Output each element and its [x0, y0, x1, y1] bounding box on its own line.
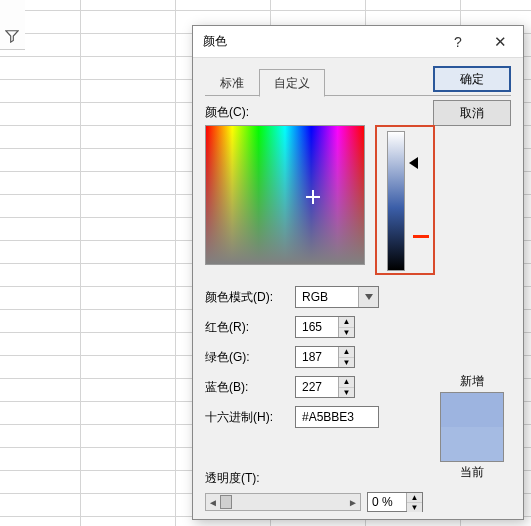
close-button[interactable]: ✕	[479, 27, 521, 57]
cancel-button[interactable]: 取消	[433, 100, 511, 126]
blue-label: 蓝色(B):	[205, 379, 295, 396]
transparency-section: 透明度(T): ◄ ► 0 % ▲▼	[205, 462, 423, 513]
arrow-left-icon[interactable]: ◄	[206, 497, 220, 508]
new-label: 新增	[460, 373, 484, 390]
luminance-marker	[413, 235, 429, 238]
mode-value: RGB	[296, 290, 358, 304]
spin-down-icon[interactable]: ▼	[407, 503, 422, 512]
triangle-left-icon[interactable]	[409, 157, 418, 169]
red-value[interactable]: 165	[296, 317, 338, 337]
current-label: 当前	[460, 464, 484, 481]
green-value[interactable]: 187	[296, 347, 338, 367]
crosshair-icon	[306, 190, 320, 204]
spin-down-icon[interactable]: ▼	[339, 358, 354, 368]
hex-value: #A5BBE3	[302, 410, 354, 424]
luminance-slider[interactable]	[387, 131, 405, 271]
spin-up-icon[interactable]: ▲	[339, 317, 354, 328]
spin-down-icon[interactable]: ▼	[339, 388, 354, 398]
mode-label: 颜色模式(D):	[205, 289, 295, 306]
dialog-title: 颜色	[203, 33, 437, 50]
filter-icon[interactable]	[5, 29, 19, 43]
hex-label: 十六进制(H):	[205, 409, 295, 426]
mode-select[interactable]: RGB	[295, 286, 379, 308]
toolbar-fragment	[0, 0, 25, 50]
spin-up-icon[interactable]: ▲	[339, 377, 354, 388]
green-stepper[interactable]: 187 ▲▼	[295, 346, 355, 368]
chevron-down-icon[interactable]	[358, 287, 378, 307]
swatch-current	[441, 427, 503, 461]
tab-custom[interactable]: 自定义	[259, 69, 325, 97]
transparency-label: 透明度(T):	[205, 470, 423, 487]
preview-column: 新增 当前	[433, 373, 511, 483]
tab-standard[interactable]: 标准	[205, 69, 259, 97]
swatch-new	[441, 393, 503, 427]
titlebar: 颜色 ? ✕	[193, 26, 523, 58]
spin-up-icon[interactable]: ▲	[407, 493, 422, 503]
dialog-body: 确定 取消 标准 自定义 颜色(C): 颜色模式(D): RGB	[193, 58, 523, 519]
arrow-right-icon[interactable]: ►	[346, 497, 360, 508]
color-picker-area	[205, 125, 511, 275]
transparency-value[interactable]: 0 %	[368, 493, 406, 511]
transparency-stepper[interactable]: 0 % ▲▼	[367, 492, 423, 512]
green-label: 绿色(G):	[205, 349, 295, 366]
red-label: 红色(R):	[205, 319, 295, 336]
transparency-slider[interactable]: ◄ ►	[205, 493, 361, 511]
spin-down-icon[interactable]: ▼	[339, 328, 354, 338]
spin-up-icon[interactable]: ▲	[339, 347, 354, 358]
hue-sat-picker[interactable]	[205, 125, 365, 265]
red-stepper[interactable]: 165 ▲▼	[295, 316, 355, 338]
tab-bar: 标准 自定义	[205, 68, 511, 96]
luminance-highlight	[375, 125, 435, 275]
blue-stepper[interactable]: 227 ▲▼	[295, 376, 355, 398]
slider-thumb[interactable]	[220, 495, 232, 509]
hex-field[interactable]: #A5BBE3	[295, 406, 379, 428]
color-swatch	[440, 392, 504, 462]
color-dialog: 颜色 ? ✕ 确定 取消 标准 自定义 颜色(C):	[192, 25, 524, 520]
help-button[interactable]: ?	[437, 27, 479, 57]
blue-value[interactable]: 227	[296, 377, 338, 397]
